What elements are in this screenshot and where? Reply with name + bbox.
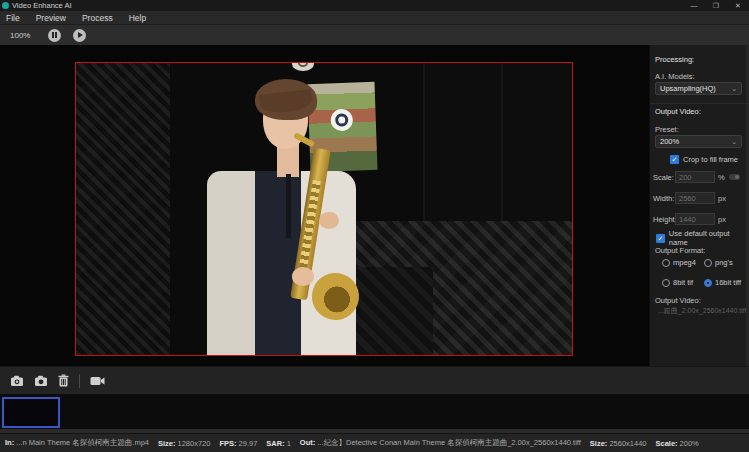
radio-unselected-icon — [662, 279, 670, 287]
status-in-size: Size:1280x720 — [158, 439, 210, 448]
status-in: In:...n Main Theme 名探偵柯南主題曲.mp4 — [5, 438, 149, 448]
checkbox-checked-icon: ✓ — [670, 155, 679, 164]
preset-dropdown[interactable]: 200% ⌄ — [655, 135, 742, 148]
preset-label: Preset: — [655, 125, 679, 134]
maximize-button[interactable]: ❐ — [705, 0, 727, 11]
format-option-16bit-tiff[interactable]: 16bit tiff — [704, 278, 746, 287]
preview-thumbnail-selected[interactable] — [2, 397, 60, 428]
radio-unselected-icon — [704, 259, 712, 267]
status-out-size: Size:2560x1440 — [590, 439, 647, 448]
width-label: Width: — [653, 194, 675, 203]
format-option-mpeg4[interactable]: mpeg4 — [662, 258, 704, 267]
performer-cardigan — [207, 171, 356, 355]
radio-unselected-icon — [662, 259, 670, 267]
crop-to-fill-label: Crop to fill frame — [683, 155, 738, 164]
width-unit: px — [718, 194, 726, 203]
status-fps: FPS:29.97 — [219, 439, 257, 448]
video-preview[interactable] — [75, 62, 573, 356]
compare-camera-button[interactable] — [34, 375, 48, 387]
output-video-filename: ...題曲_2.00x_2560x1440.tiff — [658, 306, 746, 316]
status-scale: Scale:200% — [656, 439, 699, 448]
menu-file[interactable]: File — [0, 11, 28, 25]
playback-toolbar: 100% 1606/4943 [0:4943] ⋊ ⋉ — [0, 25, 749, 45]
crop-to-fill-checkbox[interactable]: ✓ Crop to fill frame — [670, 155, 738, 164]
format-option-pngs[interactable]: png's — [704, 258, 746, 267]
app-window: Video Enhance AI — ❐ ✕ File Preview Proc… — [0, 0, 749, 452]
menu-process[interactable]: Process — [74, 11, 121, 25]
status-out: Out:...紀念】Detective Conan Main Theme 名探偵… — [300, 438, 581, 448]
height-unit: px — [718, 215, 726, 224]
height-input[interactable] — [675, 213, 715, 225]
preview-toolbar — [0, 366, 749, 394]
chevron-down-icon: ⌄ — [731, 138, 737, 146]
status-sar: SAR:1 — [266, 439, 291, 448]
minimize-button[interactable]: — — [683, 0, 705, 11]
zoom-level-label: 100% — [10, 31, 36, 40]
statusbar: In:...n Main Theme 名探偵柯南主題曲.mp4 Size:128… — [0, 433, 749, 452]
performer — [76, 63, 572, 355]
close-button[interactable]: ✕ — [727, 0, 749, 11]
height-label: Height: — [653, 215, 675, 224]
preset-value: 200% — [660, 137, 679, 146]
height-row: Height: px — [653, 213, 747, 225]
ai-models-label: A.I. Models: — [655, 72, 695, 81]
radio-selected-icon — [704, 279, 712, 287]
scale-unit: % — [718, 173, 725, 182]
checkbox-checked-icon: ✓ — [656, 234, 665, 243]
format-option-8bit-tif[interactable]: 8bit tif — [662, 278, 704, 287]
window-title: Video Enhance AI — [12, 1, 72, 10]
pause-icon — [52, 32, 54, 38]
scale-input[interactable] — [675, 171, 715, 183]
output-format-label: Output Format: — [655, 246, 705, 255]
video-frame-scene — [76, 63, 572, 355]
default-output-name-checkbox[interactable]: ✓ Use default output name — [656, 229, 749, 247]
app-logo-icon — [2, 2, 9, 9]
menubar: File Preview Process Help — [0, 11, 749, 25]
chevron-down-icon: ⌄ — [731, 85, 737, 93]
process-preview-button[interactable] — [90, 375, 105, 387]
play-icon — [78, 32, 83, 38]
toolbar-divider — [79, 374, 80, 388]
titlebar: Video Enhance AI — ❐ ✕ — [0, 0, 749, 11]
scale-row: Scale: % — [653, 171, 747, 183]
preview-thumbnail-strip — [0, 394, 749, 433]
width-row: Width: px — [653, 192, 747, 204]
play-button[interactable] — [73, 29, 86, 42]
processing-header: Processing: — [655, 55, 694, 64]
default-output-name-label: Use default output name — [669, 229, 749, 247]
preview-area — [0, 45, 649, 366]
ai-model-dropdown[interactable]: Upsampling(HQ) ⌄ — [655, 82, 742, 95]
output-video-filename-label: Output Video: — [655, 296, 701, 305]
scale-lock-toggle[interactable] — [729, 174, 740, 180]
ai-model-value: Upsampling(HQ) — [660, 84, 716, 93]
scale-label: Scale: — [653, 173, 675, 182]
menu-help[interactable]: Help — [121, 11, 154, 25]
width-input[interactable] — [675, 192, 715, 204]
settings-panel: Processing: A.I. Models: Upsampling(HQ) … — [649, 45, 749, 366]
pause-button[interactable] — [48, 29, 61, 42]
menu-preview[interactable]: Preview — [28, 11, 74, 25]
snapshot-camera-button[interactable] — [10, 375, 24, 387]
neck-strap — [286, 174, 291, 238]
output-video-header: Output Video: — [655, 107, 701, 116]
trash-icon[interactable] — [58, 374, 69, 387]
